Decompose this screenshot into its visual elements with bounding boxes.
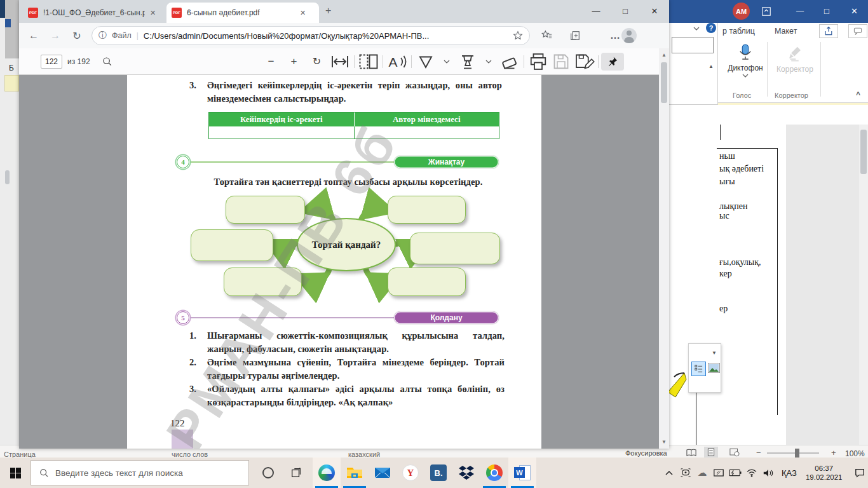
tray-recorder-button[interactable] [677,458,694,488]
help-icon[interactable]: ? [706,23,716,33]
tray-volume-button[interactable] [760,458,776,488]
eraser-icon[interactable] [498,52,521,71]
zoom-out-button[interactable]: − [756,448,761,458]
site-info-icon[interactable]: ⓘ [98,30,107,41]
tab-layout[interactable]: Макет [775,27,797,36]
popup-chevron-down-icon[interactable] [693,27,700,30]
page-number-input[interactable] [41,55,62,69]
picture-view-button[interactable] [708,363,720,373]
status-language-label[interactable]: казахский [348,451,380,458]
back-button[interactable]: ← [23,30,44,41]
popup-input[interactable] [672,37,714,53]
cortana-button[interactable] [254,458,282,488]
task-view-button[interactable] [282,458,310,488]
clock[interactable]: 06:37 19.02.2021 [806,464,843,482]
zoom-slider-thumb[interactable] [795,449,799,458]
edge-minimize-button[interactable]: — [581,0,611,22]
tab-table-design[interactable]: р таблиц [722,27,755,36]
address-field[interactable]: ⓘ Файл | C:/Users/admin/Documents/Новый%… [92,26,530,45]
zoom-in-button[interactable]: + [283,52,306,71]
popup-scroll-up-icon[interactable]: ▲ [709,64,714,69]
taskbar-search[interactable]: Введите здесь текст для поиска [31,460,249,485]
rotate-button[interactable]: ↻ [306,52,329,71]
web-layout-icon[interactable] [729,448,740,457]
tray-wifi-button[interactable] [743,458,760,488]
taskbar-word-button[interactable]: W [508,458,536,488]
add-favorite-star-icon[interactable] [513,30,523,41]
zoom-in-button[interactable]: + [831,448,836,458]
edge-close-button[interactable]: ✕ [640,0,669,22]
tray-display-button[interactable] [710,458,727,488]
status-focus-label[interactable]: Фокусировка [625,449,667,457]
read-mode-icon[interactable] [686,449,696,457]
forward-button[interactable]: → [44,30,66,41]
corrector-button[interactable]: Корректор [770,42,820,90]
diagram-box-bottom-left[interactable] [224,268,302,296]
scroll-up-icon[interactable]: ▲ [661,52,667,58]
diagram-box-top-right[interactable] [388,196,466,224]
pdf-content-area[interactable]: АРМАН-ПВ 6б 3. Әңгімедегі кейіпкерлердің… [19,75,659,449]
pdf-scrollbar[interactable]: ▲ ▼ [659,48,669,449]
draw-options-chevron-icon[interactable] [444,60,450,64]
word-close-button[interactable]: ✕ [841,0,868,22]
print-icon[interactable] [527,52,550,71]
word-scrollbar-thumb[interactable] [860,130,867,174]
tab-close-icon[interactable]: ✕ [300,9,306,17]
popup-scroll-down-icon[interactable]: ▼ [712,350,717,356]
tab-close-icon[interactable]: ✕ [150,9,156,17]
diagram-box-top-left[interactable] [226,196,305,224]
scroll-down-icon[interactable]: ▼ [661,439,667,445]
status-page-label[interactable]: Страница [4,451,36,458]
collections-icon[interactable] [569,30,581,41]
ribbon-display-options-icon[interactable] [761,6,771,17]
tab-pdf-2-active[interactable]: PDF 6-сынып әдебиет.pdf ✕ [166,3,319,23]
draw-pen-icon[interactable] [414,52,437,71]
background-scrollbar-thumb[interactable] [5,170,10,184]
profile-avatar[interactable] [621,28,637,43]
start-button[interactable] [0,458,31,488]
zoom-slider-track[interactable] [767,452,819,454]
save-as-icon[interactable] [573,52,595,71]
print-layout-icon[interactable] [704,447,718,458]
taskbar-chrome-button[interactable] [480,458,508,488]
favorites-bar-icon[interactable] [541,30,553,41]
fit-to-width-icon[interactable] [329,52,351,71]
word-scrollbar[interactable] [859,125,868,447]
tab-pdf-1[interactable]: PDF !1-ОШ_ФО_Әдебиет_6-сын.pdf ✕ [23,3,165,23]
highlighter-icon[interactable] [456,52,479,71]
pin-toolbar-button[interactable] [601,53,624,71]
highlighter-options-chevron-icon[interactable] [485,60,492,64]
search-icon[interactable] [102,56,112,67]
comments-button[interactable] [848,24,867,38]
new-tab-button[interactable]: + [325,5,331,17]
dictate-button[interactable]: Диктофон [725,42,766,90]
word-restore-button[interactable]: □ [814,0,839,22]
taskbar-bitrix-button[interactable]: B. [424,458,452,488]
taskbar-dropbox-button[interactable] [452,458,480,488]
zoom-percent-label[interactable]: 100% [845,449,865,458]
refresh-button[interactable]: ↻ [66,30,88,42]
outline-view-button[interactable] [691,362,706,376]
more-menu-button[interactable]: … [610,30,620,41]
status-wordcount-label[interactable]: число слов [172,451,208,458]
page-view-icon[interactable] [357,52,380,71]
pdf-scrollbar-thumb[interactable] [661,62,667,103]
read-aloud-icon[interactable]: A [386,52,409,71]
zoom-out-button[interactable]: − [260,52,283,71]
taskbar-explorer-button[interactable] [341,458,369,488]
tray-expand-button[interactable] [661,458,677,488]
diagram-box-mid-right[interactable] [410,233,500,264]
edge-maximize-button[interactable]: □ [611,0,640,22]
language-indicator[interactable]: ҚАЗ [782,468,797,478]
taskbar-edge-button[interactable] [313,458,341,488]
diagram-box-mid-left[interactable] [191,229,273,261]
diagram-box-bottom-right[interactable] [388,268,466,296]
taskbar-mail-button[interactable] [369,458,397,488]
collapse-ribbon-button[interactable]: ^ [856,90,860,99]
tray-battery-button[interactable] [727,458,743,488]
action-center-button[interactable] [851,458,868,488]
share-button[interactable] [819,24,838,38]
tray-onedrive-button[interactable]: ☁ [694,458,710,488]
account-avatar[interactable]: AM [733,3,750,20]
word-minimize-button[interactable]: — [787,0,813,22]
